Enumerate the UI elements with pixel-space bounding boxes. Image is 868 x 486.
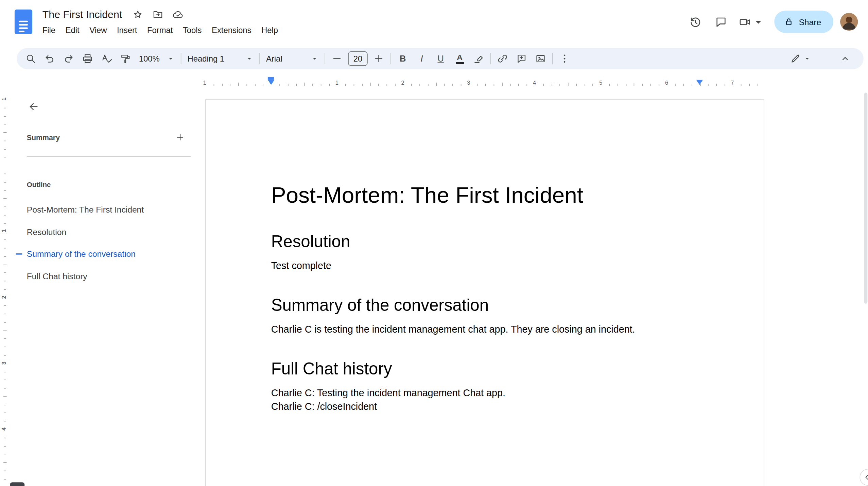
account-avatar[interactable]: [840, 13, 858, 31]
outline-label: Outline: [27, 181, 51, 189]
active-dash-icon: [16, 253, 22, 254]
bottom-left-fragment: [10, 482, 25, 486]
outline-item-label: Summary of the conversation: [27, 249, 136, 258]
font-family-select[interactable]: Arial: [262, 51, 322, 66]
paint-format-button[interactable]: [116, 51, 135, 66]
doc-title-heading: Post-Mortem: The First Incident: [271, 181, 698, 209]
menu-file[interactable]: File: [37, 24, 60, 36]
outline-list: Post-Mortem: The First Incident Resoluti…: [11, 199, 193, 287]
doc-paragraph: Test complete: [271, 259, 698, 272]
hide-menus-button[interactable]: [836, 51, 855, 66]
more-toolbar-options-button[interactable]: [555, 51, 574, 66]
insert-link-button[interactable]: [493, 51, 512, 66]
pencil-icon: [790, 53, 801, 64]
paragraph-style-select[interactable]: Heading 1: [184, 51, 257, 66]
underline-button[interactable]: U: [431, 51, 450, 66]
chevron-down-icon: [803, 55, 811, 63]
menu-tools[interactable]: Tools: [178, 24, 207, 36]
back-arrow-icon: [28, 101, 39, 112]
document-page[interactable]: Post-Mortem: The First Incident Resoluti…: [205, 99, 764, 486]
editing-mode-select[interactable]: [780, 51, 821, 66]
doc-section-heading: Resolution: [271, 231, 698, 252]
outline-item-label: Full Chat history: [27, 271, 87, 281]
first-line-indent-marker[interactable]: [268, 77, 274, 80]
menu-format[interactable]: Format: [142, 24, 178, 36]
move-document-button[interactable]: [151, 8, 164, 21]
redo-button[interactable]: [59, 51, 78, 66]
undo-button[interactable]: [40, 51, 59, 66]
doc-section-heading: Summary of the conversation: [271, 295, 698, 316]
menu-help[interactable]: Help: [256, 24, 283, 36]
right-indent-marker[interactable]: [696, 80, 703, 85]
add-comment-button[interactable]: [512, 51, 531, 66]
bold-icon: B: [400, 54, 406, 63]
open-comments-button[interactable]: [709, 9, 734, 35]
plus-icon: [175, 132, 185, 143]
spellcheck-icon: [101, 53, 112, 64]
menu-insert[interactable]: Insert: [112, 24, 142, 36]
menu-view[interactable]: View: [84, 24, 112, 36]
share-label: Share: [799, 17, 821, 27]
search-menus-button[interactable]: [21, 51, 40, 66]
zoom-value: 100%: [139, 54, 160, 63]
zoom-select[interactable]: 100%: [135, 51, 178, 66]
videocam-icon: [739, 15, 752, 28]
add-summary-button[interactable]: [173, 130, 188, 145]
chevron-down-icon: [752, 15, 765, 28]
more-vertical-icon: [559, 53, 570, 64]
italic-icon: I: [420, 54, 423, 63]
outline-item[interactable]: Resolution: [11, 221, 193, 243]
decrease-font-size-button[interactable]: [327, 51, 346, 66]
expand-side-panel-button[interactable]: [860, 469, 868, 486]
bold-button[interactable]: B: [393, 51, 412, 66]
left-indent-marker[interactable]: [267, 80, 274, 85]
chevron-down-icon: [167, 55, 175, 63]
folder-move-icon: [152, 9, 163, 20]
plus-icon: [373, 53, 384, 64]
vertical-scrollbar[interactable]: [864, 93, 867, 303]
star-button[interactable]: [131, 8, 144, 21]
undo-icon: [44, 53, 55, 64]
spellcheck-button[interactable]: [97, 51, 116, 66]
menu-edit[interactable]: Edit: [60, 24, 85, 36]
outline-item-label: Resolution: [27, 227, 66, 237]
redo-icon: [63, 53, 74, 64]
toolbar-divider: [259, 53, 260, 64]
google-docs-app: The First Incident File Edi: [0, 0, 868, 486]
print-button[interactable]: [78, 51, 97, 66]
document-title[interactable]: The First Incident: [42, 9, 122, 21]
menu-bar: File Edit View Insert Format Tools Exten…: [37, 24, 283, 36]
insert-image-button[interactable]: [531, 51, 550, 66]
font-size-input[interactable]: 20: [348, 51, 367, 66]
version-history-button[interactable]: [683, 9, 709, 35]
horizontal-ruler[interactable]: 11234567: [0, 76, 863, 87]
font-family-value: Arial: [266, 54, 282, 63]
doc-paragraph: Charlie C: Testing the incident manageme…: [271, 386, 698, 400]
highlighter-icon: [473, 53, 484, 64]
menu-extensions[interactable]: Extensions: [207, 24, 256, 36]
highlight-color-button[interactable]: [469, 51, 488, 66]
docs-logo-icon[interactable]: [15, 10, 33, 34]
print-icon: [82, 53, 93, 64]
text-color-button[interactable]: A: [450, 51, 469, 66]
toolbar-divider: [490, 53, 491, 64]
cloud-check-icon: [172, 9, 184, 20]
outline-item[interactable]: Post-Mortem: The First Incident: [11, 199, 193, 221]
increase-font-size-button[interactable]: [369, 51, 388, 66]
outline-item[interactable]: Summary of the conversation: [11, 243, 193, 265]
close-outline-button[interactable]: [26, 99, 41, 115]
toolbar-divider: [181, 53, 181, 64]
outline-item[interactable]: Full Chat history: [11, 265, 193, 287]
toolbar-divider: [390, 53, 391, 64]
chevron-down-icon: [245, 55, 253, 63]
toolbar: 100% Heading 1 Arial 20 B I U: [17, 48, 864, 69]
italic-button[interactable]: I: [412, 51, 431, 66]
title-row: The First Incident: [42, 6, 283, 23]
share-button[interactable]: Share: [774, 11, 833, 33]
document-status-button[interactable]: [171, 8, 185, 21]
vertical-ruler[interactable]: 11234: [0, 89, 8, 486]
double-chevron-left-icon: [864, 473, 868, 482]
text-color-icon: A: [455, 53, 464, 64]
join-call-button[interactable]: [734, 9, 770, 35]
toolbar-divider: [325, 53, 325, 64]
